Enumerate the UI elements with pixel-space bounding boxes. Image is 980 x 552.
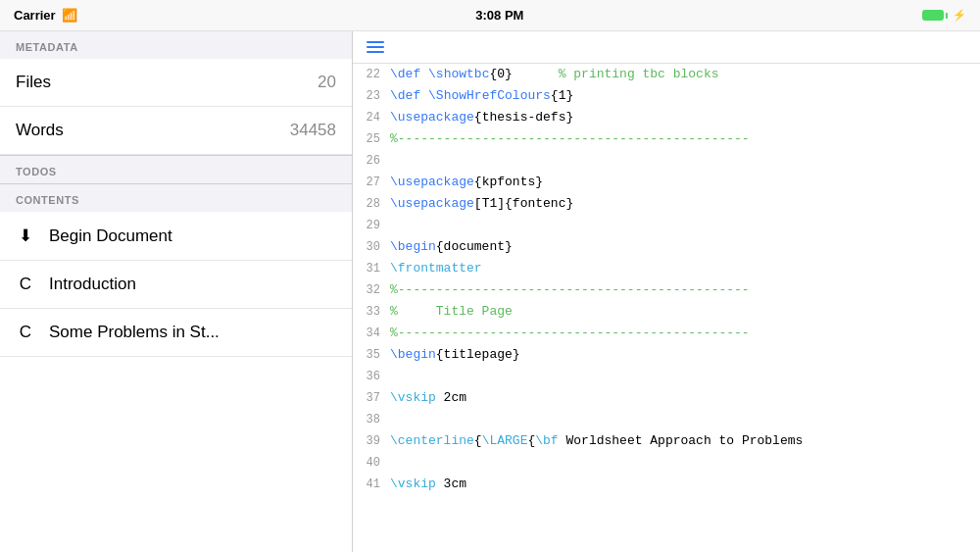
metadata-section-header: METADATA [0,31,352,59]
line-number: 38 [353,409,390,430]
hamburger-line-3 [367,51,384,53]
line-content: \def \ShowHrefColours{1} [390,85,980,107]
line-content: \begin{document} [390,236,980,258]
code-line: 37\vskip 2cm [353,387,980,409]
line-content: \centerline{\LARGE{\bf Worldsheet Approa… [390,430,980,452]
code-line: 39\centerline{\LARGE{\bf Worldsheet Appr… [353,430,980,452]
line-number: 28 [353,193,390,215]
hamburger-line-2 [367,46,384,48]
battery-tip [946,13,948,19]
contents-section-header: CONTENTS [0,183,352,212]
line-number: 39 [353,430,390,452]
code-line: 30\begin{document} [353,236,980,258]
line-content: %---------------------------------------… [390,128,980,150]
code-line: 22\def \showtbc{0} % printing tbc blocks [353,64,980,85]
battery-icon [922,10,948,21]
line-number: 35 [353,344,390,366]
line-content: \begin{titlepage} [390,344,980,366]
line-number: 33 [353,301,390,323]
words-label: Words [16,121,64,140]
hamburger-line-1 [367,41,384,43]
line-number: 32 [353,279,390,301]
code-line: 31\frontmatter [353,258,980,279]
code-line: 33% Title Page [353,301,980,323]
code-line: 23\def \ShowHrefColours{1} [353,85,980,107]
line-content: \frontmatter [390,258,980,279]
line-number: 30 [353,236,390,258]
code-line: 40 [353,452,980,474]
line-number: 25 [353,128,390,150]
line-content: \vskip 2cm [390,387,980,409]
line-content: %---------------------------------------… [390,279,980,301]
line-number: 23 [353,85,390,107]
code-line: 35\begin{titlepage} [353,344,980,366]
introduction-item[interactable]: C Introduction [0,261,352,309]
line-number: 27 [353,172,390,193]
editor-toolbar [353,31,980,64]
line-number: 41 [353,474,390,495]
code-line: 26 [353,150,980,172]
main-area: METADATA Files 20 Words 34458 TODOS CONT… [0,31,980,552]
code-line: 25%-------------------------------------… [353,128,980,150]
carrier-label: Carrier [14,8,56,23]
code-line: 41\vskip 3cm [353,474,980,495]
code-line: 27\usepackage{kpfonts} [353,172,980,193]
line-number: 31 [353,258,390,279]
line-content: \usepackage{thesis-defs} [390,107,980,128]
code-line: 32%-------------------------------------… [353,279,980,301]
battery-area: ⚡ [922,9,966,22]
code-line: 28\usepackage[T1]{fontenc} [353,193,980,215]
editor-area: 22\def \showtbc{0} % printing tbc blocks… [353,31,980,552]
begin-document-icon: ⬇ [16,226,35,246]
line-number: 40 [353,452,390,474]
carrier-info: Carrier 📶 [14,8,77,23]
sidebar: METADATA Files 20 Words 34458 TODOS CONT… [0,31,353,552]
introduction-icon: C [16,275,35,294]
menu-icon[interactable] [367,41,966,53]
line-content: \def \showtbc{0} % printing tbc blocks [390,64,980,85]
battery-body [922,10,944,21]
line-number: 24 [353,107,390,128]
todos-section-header: TODOS [0,155,352,183]
status-bar: Carrier 📶 3:08 PM ⚡ [0,0,980,31]
line-number: 34 [353,323,390,344]
files-label: Files [16,73,51,92]
line-content: \usepackage{kpfonts} [390,172,980,193]
code-line: 29 [353,215,980,236]
line-content: %---------------------------------------… [390,323,980,344]
introduction-label: Introduction [49,275,336,294]
line-number: 26 [353,150,390,172]
wifi-icon: 📶 [62,8,77,23]
line-content: % Title Page [390,301,980,323]
line-number: 29 [353,215,390,236]
code-editor[interactable]: 22\def \showtbc{0} % printing tbc blocks… [353,64,980,552]
files-value: 20 [318,73,336,92]
begin-document-label: Begin Document [49,226,336,246]
begin-document-item[interactable]: ⬇ Begin Document [0,212,352,261]
some-problems-label: Some Problems in St... [49,323,336,342]
code-line: 24\usepackage{thesis-defs} [353,107,980,128]
code-line: 36 [353,366,980,387]
some-problems-icon: C [16,323,35,342]
files-row: Files 20 [0,59,352,107]
time-display: 3:08 PM [475,8,523,23]
words-row: Words 34458 [0,107,352,155]
line-number: 37 [353,387,390,409]
words-value: 34458 [290,121,336,140]
line-content: \vskip 3cm [390,474,980,495]
line-number: 22 [353,64,390,85]
line-content: \usepackage[T1]{fontenc} [390,193,980,215]
charging-bolt: ⚡ [953,9,966,22]
code-line: 38 [353,409,980,430]
some-problems-item[interactable]: C Some Problems in St... [0,309,352,357]
line-number: 36 [353,366,390,387]
code-line: 34%-------------------------------------… [353,323,980,344]
